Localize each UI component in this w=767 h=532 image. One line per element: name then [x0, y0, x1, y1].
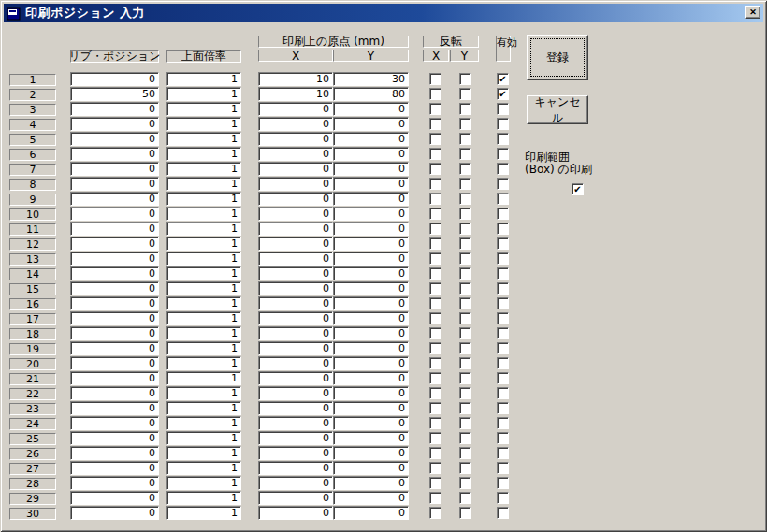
flip-y-checkbox[interactable] [459, 88, 471, 100]
origin-x-input[interactable] [258, 371, 333, 385]
top-magnification-input[interactable] [166, 132, 241, 146]
enabled-checkbox[interactable] [497, 178, 509, 190]
flip-x-checkbox[interactable] [429, 163, 441, 175]
origin-x-input[interactable] [258, 431, 333, 445]
flip-y-checkbox[interactable] [459, 357, 471, 369]
origin-y-input[interactable] [333, 386, 409, 400]
flip-y-checkbox[interactable] [459, 133, 471, 145]
enabled-checkbox[interactable] [497, 327, 509, 339]
rib-position-input[interactable] [70, 207, 159, 221]
flip-x-checkbox[interactable] [429, 103, 441, 115]
top-magnification-input[interactable] [166, 102, 241, 116]
origin-y-input[interactable] [333, 326, 409, 340]
flip-x-checkbox[interactable] [429, 223, 441, 235]
flip-y-checkbox[interactable] [459, 507, 471, 519]
enabled-checkbox[interactable] [497, 492, 509, 504]
enabled-checkbox[interactable] [497, 372, 509, 384]
top-magnification-input[interactable] [166, 87, 241, 101]
flip-y-checkbox[interactable] [459, 237, 471, 250]
origin-y-input[interactable] [333, 371, 409, 385]
top-magnification-input[interactable] [166, 371, 241, 385]
flip-x-checkbox[interactable] [429, 73, 441, 85]
flip-y-checkbox[interactable] [459, 103, 471, 115]
enabled-checkbox[interactable] [497, 477, 509, 489]
enabled-checkbox[interactable] [497, 432, 509, 444]
box-print-checkbox[interactable] [572, 183, 584, 195]
rib-position-input[interactable] [70, 341, 159, 355]
origin-y-input[interactable] [333, 491, 409, 505]
top-magnification-input[interactable] [166, 431, 241, 445]
enabled-checkbox[interactable] [497, 193, 509, 205]
origin-x-input[interactable] [258, 252, 333, 266]
top-magnification-input[interactable] [166, 117, 241, 131]
flip-y-checkbox[interactable] [459, 342, 471, 354]
origin-y-input[interactable] [333, 341, 409, 355]
top-magnification-input[interactable] [166, 476, 241, 490]
flip-y-checkbox[interactable] [459, 267, 471, 280]
rib-position-input[interactable] [70, 446, 159, 460]
flip-x-checkbox[interactable] [429, 88, 441, 100]
top-magnification-input[interactable] [166, 401, 241, 415]
rib-position-input[interactable] [70, 416, 159, 430]
flip-x-checkbox[interactable] [429, 133, 441, 145]
flip-y-checkbox[interactable] [459, 372, 471, 384]
top-magnification-input[interactable] [166, 237, 241, 251]
top-magnification-input[interactable] [166, 341, 241, 355]
flip-y-checkbox[interactable] [459, 223, 471, 235]
enabled-checkbox[interactable] [497, 462, 509, 474]
top-magnification-input[interactable] [166, 222, 241, 236]
flip-y-checkbox[interactable] [459, 193, 471, 205]
flip-y-checkbox[interactable] [459, 462, 471, 474]
flip-x-checkbox[interactable] [429, 342, 441, 354]
top-magnification-input[interactable] [166, 296, 241, 310]
enabled-checkbox[interactable] [497, 88, 509, 100]
origin-y-input[interactable] [333, 237, 409, 251]
rib-position-input[interactable] [70, 266, 159, 280]
origin-x-input[interactable] [258, 281, 333, 295]
flip-x-checkbox[interactable] [429, 312, 441, 324]
origin-y-input[interactable] [333, 207, 409, 221]
origin-x-input[interactable] [258, 491, 333, 505]
origin-x-input[interactable] [258, 177, 333, 191]
enabled-checkbox[interactable] [497, 163, 509, 175]
rib-position-input[interactable] [70, 147, 159, 161]
origin-x-input[interactable] [258, 207, 333, 221]
rib-position-input[interactable] [70, 117, 159, 131]
flip-y-checkbox[interactable] [459, 432, 471, 444]
origin-y-input[interactable] [333, 506, 409, 520]
top-magnification-input[interactable] [166, 506, 241, 520]
origin-y-input[interactable] [333, 296, 409, 310]
top-magnification-input[interactable] [166, 386, 241, 400]
flip-y-checkbox[interactable] [459, 492, 471, 504]
top-magnification-input[interactable] [166, 147, 241, 161]
origin-y-input[interactable] [333, 222, 409, 236]
enabled-checkbox[interactable] [497, 133, 509, 145]
origin-x-input[interactable] [258, 356, 333, 370]
flip-x-checkbox[interactable] [429, 193, 441, 205]
origin-y-input[interactable] [333, 252, 409, 266]
top-magnification-input[interactable] [166, 446, 241, 460]
flip-y-checkbox[interactable] [459, 148, 471, 160]
origin-y-input[interactable] [333, 147, 409, 161]
flip-y-checkbox[interactable] [459, 178, 471, 190]
flip-x-checkbox[interactable] [429, 208, 441, 220]
cancel-button[interactable]: キャンセル [527, 95, 588, 124]
enabled-checkbox[interactable] [497, 312, 509, 324]
top-magnification-input[interactable] [166, 416, 241, 430]
origin-y-input[interactable] [333, 266, 409, 280]
flip-x-checkbox[interactable] [429, 477, 441, 489]
top-magnification-input[interactable] [166, 311, 241, 325]
rib-position-input[interactable] [70, 281, 159, 295]
flip-y-checkbox[interactable] [459, 73, 471, 85]
rib-position-input[interactable] [70, 386, 159, 400]
flip-x-checkbox[interactable] [429, 178, 441, 190]
rib-position-input[interactable] [70, 461, 159, 475]
enabled-checkbox[interactable] [497, 73, 509, 85]
enabled-checkbox[interactable] [497, 208, 509, 220]
flip-x-checkbox[interactable] [429, 267, 441, 280]
flip-y-checkbox[interactable] [459, 447, 471, 459]
origin-x-input[interactable] [258, 446, 333, 460]
enabled-checkbox[interactable] [497, 148, 509, 160]
flip-x-checkbox[interactable] [429, 507, 441, 519]
origin-y-input[interactable] [333, 72, 409, 86]
